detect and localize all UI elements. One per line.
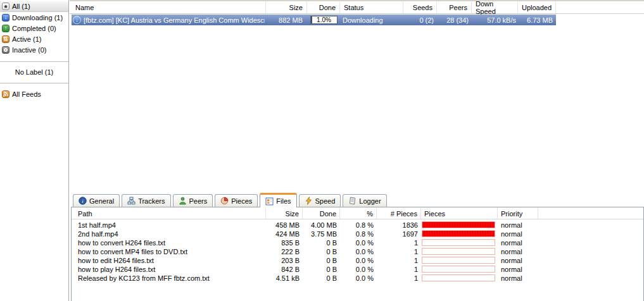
file-path: 1st half.mp4 (72, 221, 266, 230)
file-done: 3.75 MB (303, 230, 340, 238)
file-size: 835 B (266, 238, 303, 247)
category-sidebar: * All (1) ↓ Downloading (1) ↑ Completed … (0, 0, 69, 301)
file-size: 842 B (266, 265, 303, 274)
tab-pieces[interactable]: Pieces (215, 194, 258, 207)
sidebar-item-label: All (1) (12, 3, 30, 10)
file-path: how to convert H264 files.txt (72, 238, 266, 247)
column-header-down-speed[interactable]: Down Speed (472, 2, 518, 13)
tab-trackers[interactable]: Trackers (122, 194, 170, 207)
column-header-status[interactable]: Status (340, 2, 403, 13)
file-done: 0 B (303, 238, 340, 247)
active-arrows-icon: ⇅ (2, 35, 9, 43)
tab-logger[interactable]: Logger (343, 194, 386, 207)
file-priority: normal (498, 238, 538, 247)
downloading-status-icon: ↓ (73, 16, 81, 24)
file-priority: normal (498, 221, 538, 230)
file-num-pieces: 1836 (377, 221, 421, 230)
torrent-done-progressbar: 1.0% (310, 16, 338, 24)
sidebar-item-label: Inactive (0) (12, 46, 46, 54)
files-table-header: Path Size Done % # Pieces Pieces Priorit… (72, 208, 643, 219)
file-row[interactable]: 1st half.mp4 458 MB 4.00 MB 0.8 % 1836 n… (72, 221, 643, 230)
file-done: 0 B (303, 256, 340, 265)
window-edge (70, 0, 644, 1)
column-header-uploaded[interactable]: Uploaded (518, 2, 556, 13)
pieces-bar (422, 248, 495, 255)
torrent-row[interactable]: ↓ [fbtz.com] [KC] Austria vs Germany Eng… (72, 15, 556, 25)
file-priority: normal (498, 247, 538, 256)
torrent-name: [fbtz.com] [KC] Austria vs Germany Engli… (84, 15, 265, 25)
sidebar-item-label: Downloading (1) (12, 14, 63, 22)
file-row[interactable]: how to convert MP4 files to DVD.txt 222 … (72, 247, 643, 256)
file-priority: normal (498, 274, 538, 283)
download-arrow-icon: ↓ (2, 14, 9, 22)
torrent-status: Downloading (343, 15, 403, 25)
torrent-peers: 28 (34) (437, 15, 469, 25)
sidebar-divider (0, 83, 68, 83)
sidebar-item-active[interactable]: ⇅ Active (1) (0, 34, 68, 44)
tab-files[interactable]: Files (260, 193, 296, 207)
file-path: how to convert MP4 files to DVD.txt (72, 247, 266, 256)
file-path: how to edit H264 files.txt (72, 256, 266, 265)
torrent-list-header: Name Size Done Status Seeds Peers Down S… (70, 2, 644, 14)
column-header-path[interactable]: Path (72, 208, 266, 219)
sidebar-item-label: All Feeds (12, 90, 41, 98)
file-path: 2nd half.mp4 (72, 230, 266, 238)
file-percent: 0.8 % (340, 221, 377, 230)
file-num-pieces: 1 (377, 256, 421, 265)
rss-icon (2, 90, 9, 98)
torrent-uploaded: 6.73 MB (518, 15, 553, 25)
file-row[interactable]: 2nd half.mp4 424 MB 3.75 MB 0.8 % 1697 n… (72, 230, 643, 238)
file-size: 4.51 kB (266, 274, 303, 283)
column-header-size[interactable]: Size (266, 2, 307, 13)
tab-peers[interactable]: Peers (173, 194, 213, 207)
torrent-done-percent: 1.0% (311, 16, 337, 23)
sidebar-item-downloading[interactable]: ↓ Downloading (1) (0, 12, 68, 23)
file-percent: 0.0 % (340, 238, 377, 247)
asterisk-icon: * (2, 3, 9, 10)
torrent-size: 882 MB (266, 15, 306, 25)
file-priority: normal (498, 256, 538, 265)
column-header-peers[interactable]: Peers (437, 2, 472, 13)
file-size: 203 B (266, 256, 303, 265)
pieces-bar (422, 274, 495, 281)
sidebar-item-all[interactable]: * All (1) (0, 1, 68, 12)
file-percent: 0.0 % (340, 247, 377, 256)
logger-icon (348, 197, 357, 205)
pieces-bar (422, 230, 495, 237)
column-header-num-pieces[interactable]: # Pieces (377, 208, 421, 219)
trackers-icon (127, 197, 136, 205)
column-header-seeds[interactable]: Seeds (403, 2, 437, 13)
column-header-priority[interactable]: Priority (498, 208, 538, 219)
column-header-pieces[interactable]: Pieces (421, 208, 498, 219)
completed-arrow-icon: ↑ (2, 25, 9, 32)
column-header-percent[interactable]: % (340, 208, 377, 219)
files-icon (265, 197, 274, 206)
tab-general[interactable]: i General (73, 194, 120, 207)
pieces-bar (422, 266, 495, 273)
sidebar-item-no-label[interactable]: No Label (1) (0, 66, 68, 77)
inactive-circle-icon (2, 46, 9, 54)
peers-icon (179, 197, 187, 205)
tab-speed[interactable]: Speed (299, 194, 341, 207)
sidebar-item-inactive[interactable]: Inactive (0) (0, 44, 68, 55)
sidebar-item-all-feeds[interactable]: All Feeds (0, 89, 68, 99)
file-done: 0 B (303, 265, 340, 274)
column-header-done[interactable]: Done (303, 208, 340, 219)
file-row[interactable]: how to edit H264 files.txt 203 B 0 B 0.0… (72, 256, 643, 265)
pieces-bar (422, 221, 495, 228)
sidebar-item-completed[interactable]: ↑ Completed (0) (0, 23, 68, 34)
file-priority: normal (498, 230, 538, 238)
file-path: Released by KC123 from MFF fbtz.com.txt (72, 274, 266, 283)
file-row[interactable]: how to convert H264 files.txt 835 B 0 B … (72, 238, 643, 247)
sidebar-item-label: Completed (0) (12, 25, 56, 32)
sidebar-item-label: Active (1) (12, 35, 41, 43)
column-header-size[interactable]: Size (266, 208, 303, 219)
file-priority: normal (498, 265, 538, 274)
file-percent: 0.8 % (340, 230, 377, 238)
file-row[interactable]: how to play H264 files.txt 842 B 0 B 0.0… (72, 265, 643, 274)
detail-tab-bar: i General Trackers Peers Pieces Files Sp… (71, 192, 644, 207)
file-row[interactable]: Released by KC123 from MFF fbtz.com.txt … (72, 274, 643, 283)
column-header-name[interactable]: Name (72, 2, 266, 13)
column-header-done[interactable]: Done (307, 2, 340, 13)
pieces-bar-fill (422, 222, 495, 228)
